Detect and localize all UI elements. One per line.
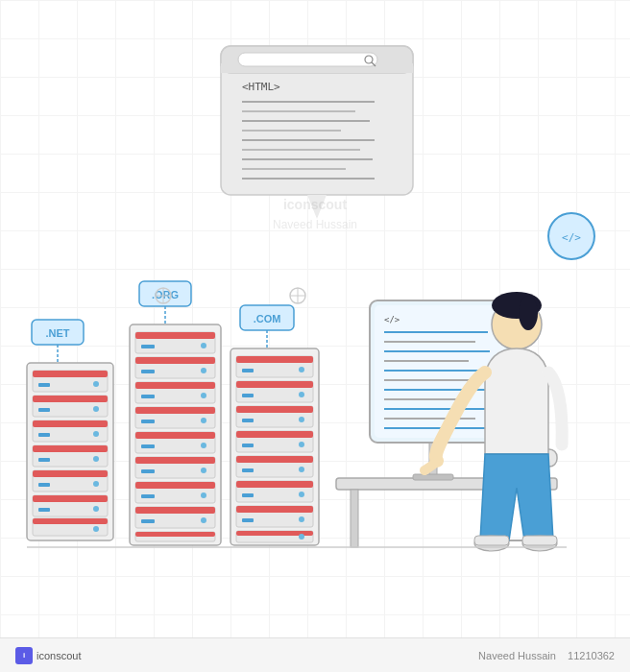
svg-rect-147 bbox=[242, 369, 254, 372]
illustration-container: <HTML> </> bbox=[0, 0, 630, 672]
logo-text: iconscout bbox=[36, 650, 81, 661]
bottom-bar-left: i iconscout bbox=[15, 647, 81, 664]
svg-rect-149 bbox=[242, 419, 254, 422]
svg-rect-94 bbox=[135, 332, 215, 339]
svg-rect-23 bbox=[413, 474, 453, 480]
svg-rect-61 bbox=[33, 371, 108, 377]
svg-text:Naveed Hussain: Naveed Hussain bbox=[273, 218, 357, 231]
svg-rect-49 bbox=[522, 536, 557, 545]
svg-rect-64 bbox=[33, 445, 108, 452]
svg-point-72 bbox=[93, 481, 99, 487]
svg-rect-133 bbox=[236, 406, 313, 413]
svg-rect-75 bbox=[38, 383, 50, 387]
svg-rect-98 bbox=[135, 432, 215, 439]
svg-rect-115 bbox=[141, 444, 155, 448]
bottom-bar: i iconscout Naveed Hussain 11210362 bbox=[0, 637, 630, 672]
svg-rect-116 bbox=[141, 469, 155, 473]
svg-point-139 bbox=[299, 367, 304, 372]
svg-rect-152 bbox=[242, 493, 254, 497]
svg-point-110 bbox=[201, 517, 206, 523]
svg-point-71 bbox=[93, 456, 99, 462]
svg-rect-112 bbox=[141, 370, 155, 373]
svg-point-141 bbox=[299, 417, 304, 422]
svg-rect-66 bbox=[33, 495, 108, 502]
svg-rect-77 bbox=[38, 433, 50, 437]
svg-rect-137 bbox=[236, 506, 313, 513]
svg-point-144 bbox=[299, 492, 304, 497]
svg-rect-63 bbox=[33, 420, 108, 427]
author-name: Naveed Hussain bbox=[478, 650, 556, 661]
svg-rect-153 bbox=[242, 518, 254, 522]
svg-rect-48 bbox=[474, 536, 509, 545]
server-net: .NET bbox=[27, 320, 113, 540]
svg-text:</>: </> bbox=[384, 315, 400, 324]
svg-rect-134 bbox=[236, 431, 313, 438]
browser-bubble: <HTML> bbox=[221, 46, 413, 219]
svg-rect-79 bbox=[38, 483, 50, 487]
svg-rect-96 bbox=[135, 382, 215, 389]
svg-rect-3 bbox=[238, 53, 377, 66]
svg-text:.COM: .COM bbox=[254, 313, 281, 324]
server-org: .ORG bbox=[130, 281, 221, 545]
svg-point-104 bbox=[201, 368, 206, 373]
svg-point-68 bbox=[93, 381, 99, 387]
svg-rect-101 bbox=[135, 507, 215, 514]
svg-text:.NET: .NET bbox=[45, 327, 69, 339]
svg-point-73 bbox=[93, 506, 99, 512]
svg-point-105 bbox=[201, 393, 206, 398]
bottom-bar-right: Naveed Hussain 11210362 bbox=[478, 650, 615, 661]
svg-text:<HTML>: <HTML> bbox=[242, 81, 280, 93]
svg-point-45 bbox=[519, 296, 538, 330]
svg-rect-76 bbox=[38, 408, 50, 412]
svg-rect-78 bbox=[38, 458, 50, 462]
svg-point-108 bbox=[201, 468, 206, 473]
svg-point-140 bbox=[299, 392, 304, 397]
svg-rect-111 bbox=[141, 345, 155, 348]
svg-rect-100 bbox=[135, 482, 215, 489]
svg-rect-136 bbox=[236, 481, 313, 488]
svg-rect-117 bbox=[141, 494, 155, 498]
svg-text:</>: </> bbox=[562, 231, 581, 244]
server-com: .COM bbox=[230, 305, 319, 545]
svg-point-109 bbox=[201, 492, 206, 498]
svg-point-107 bbox=[201, 443, 206, 448]
code-badge: </> bbox=[548, 213, 594, 259]
svg-rect-65 bbox=[33, 470, 108, 477]
illustration-id: 11210362 bbox=[568, 650, 615, 661]
svg-rect-135 bbox=[236, 456, 313, 463]
svg-point-142 bbox=[299, 442, 304, 447]
svg-rect-80 bbox=[38, 508, 50, 512]
svg-rect-131 bbox=[236, 356, 313, 363]
svg-point-70 bbox=[93, 431, 99, 437]
person-desk: </> bbox=[336, 292, 562, 551]
svg-point-145 bbox=[299, 516, 304, 522]
svg-point-69 bbox=[93, 406, 99, 412]
svg-rect-132 bbox=[236, 381, 313, 388]
svg-rect-95 bbox=[135, 357, 215, 364]
svg-point-143 bbox=[299, 467, 304, 472]
svg-rect-150 bbox=[242, 444, 254, 447]
svg-point-146 bbox=[299, 534, 304, 540]
svg-rect-20 bbox=[351, 490, 358, 547]
svg-rect-62 bbox=[33, 396, 108, 402]
svg-text:iconscout: iconscout bbox=[283, 197, 347, 212]
svg-rect-67 bbox=[33, 518, 108, 524]
iconscout-logo: i iconscout bbox=[15, 647, 81, 664]
svg-point-74 bbox=[93, 526, 99, 532]
svg-rect-118 bbox=[141, 519, 155, 523]
svg-point-103 bbox=[201, 343, 206, 348]
svg-rect-99 bbox=[135, 457, 215, 464]
svg-rect-148 bbox=[242, 394, 254, 397]
svg-rect-97 bbox=[135, 407, 215, 414]
logo-icon: i bbox=[15, 647, 33, 664]
svg-point-106 bbox=[201, 418, 206, 423]
svg-rect-102 bbox=[135, 532, 215, 537]
svg-rect-113 bbox=[141, 395, 155, 398]
svg-rect-151 bbox=[242, 468, 254, 472]
svg-rect-114 bbox=[141, 420, 155, 423]
